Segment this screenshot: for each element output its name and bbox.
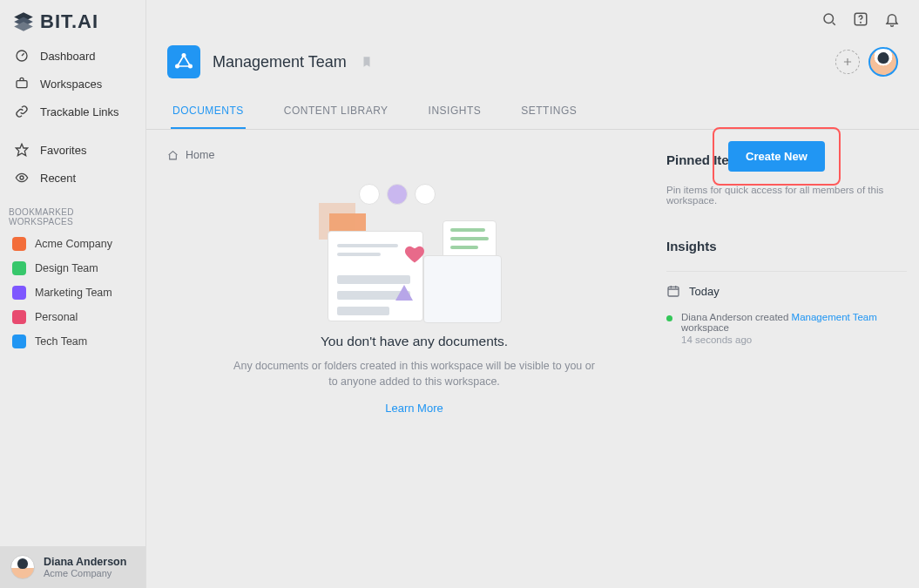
svg-rect-1 <box>17 81 27 88</box>
today-label: Today <box>689 285 720 298</box>
bookmarked-header: BOOKMARKED WORKSPACES <box>0 192 145 232</box>
activity-time: 14 seconds ago <box>681 335 907 345</box>
svg-rect-12 <box>668 287 679 296</box>
insights-today: Today <box>666 284 907 298</box>
workspace-title: Management Team <box>213 53 347 71</box>
workspace-label: Marketing Team <box>35 287 112 299</box>
status-dot-icon <box>666 315 672 321</box>
user-org: Acme Company <box>44 568 126 578</box>
workspace-label: Design Team <box>35 262 98 274</box>
workspace-tabs: DOCUMENTS CONTENT LIBRARY INSIGHTS SETTI… <box>146 96 919 130</box>
workspace-color-icon <box>12 237 26 251</box>
workspace-label: Acme Company <box>35 238 112 250</box>
help-icon[interactable] <box>853 11 868 27</box>
gauge-icon <box>14 48 30 64</box>
workspace-header: Management Team <box>146 35 919 96</box>
svg-point-8 <box>182 54 185 57</box>
user-meta: Diana Anderson Acme Company <box>44 556 126 578</box>
nav-favorites[interactable]: Favorites <box>0 136 145 164</box>
sidebar-workspace-marketing[interactable]: Marketing Team <box>0 280 145 305</box>
documents-empty-state: You don't have any documents. Any docume… <box>232 334 598 416</box>
svg-point-9 <box>189 64 192 67</box>
svg-point-10 <box>176 64 179 67</box>
user-bar[interactable]: Diana Anderson Acme Company <box>0 546 145 588</box>
nav-label: Workspaces <box>40 78 102 91</box>
svg-point-4 <box>824 14 834 24</box>
svg-point-6 <box>861 22 862 23</box>
main: Management Team DOCUMENTS CONTENT LIBRAR… <box>146 0 919 588</box>
breadcrumb-home: Home <box>186 149 214 161</box>
home-icon <box>167 150 179 161</box>
nav-recent[interactable]: Recent <box>0 164 145 192</box>
tab-insights[interactable]: INSIGHTS <box>427 96 483 129</box>
tab-content-library[interactable]: CONTENT LIBRARY <box>282 96 390 129</box>
activity-suffix: workspace <box>681 322 729 333</box>
nav-label: Recent <box>40 172 76 185</box>
create-new-button[interactable]: Create New <box>728 141 825 172</box>
workspace-label: Tech Team <box>35 335 87 348</box>
star-icon <box>14 142 30 158</box>
activity-link[interactable]: Management Team <box>792 312 877 322</box>
sidebar-workspace-tech[interactable]: Tech Team <box>0 329 145 354</box>
user-name: Diana Anderson <box>44 556 126 568</box>
workspace-color-icon <box>12 261 26 275</box>
link-icon <box>14 104 30 119</box>
eye-icon <box>14 170 30 186</box>
learn-more-link[interactable]: Learn More <box>385 402 443 415</box>
add-member-button[interactable] <box>835 50 860 74</box>
avatar-icon <box>10 555 35 579</box>
logo-icon <box>12 10 35 33</box>
workspace-color-icon <box>12 335 26 348</box>
sidebar: BIT.AI Dashboard Workspaces Trackable Li… <box>0 0 146 588</box>
topbar <box>146 0 919 35</box>
svg-point-3 <box>20 176 24 179</box>
app-name: BIT.AI <box>40 10 98 33</box>
briefcase-icon <box>14 76 30 91</box>
workspace-badge-icon <box>167 45 200 78</box>
svg-marker-2 <box>16 144 27 155</box>
tab-documents[interactable]: DOCUMENTS <box>171 96 246 129</box>
bell-icon[interactable] <box>884 11 900 27</box>
nav-label: Trackable Links <box>40 105 119 118</box>
nav-trackable-links[interactable]: Trackable Links <box>0 98 145 125</box>
activity-item: Diana Anderson created Management Team w… <box>666 312 907 345</box>
svg-marker-11 <box>395 285 413 301</box>
create-new-highlight: Create New <box>713 127 841 186</box>
workspace-color-icon <box>12 310 26 324</box>
tab-settings[interactable]: SETTINGS <box>519 96 578 129</box>
pinned-subtext: Pin items for quick access for all membe… <box>666 185 907 206</box>
primary-nav: Dashboard Workspaces Trackable Links Fav… <box>0 42 145 192</box>
nav-label: Favorites <box>40 144 86 157</box>
empty-illustration <box>319 184 510 323</box>
nav-workspaces[interactable]: Workspaces <box>0 70 145 98</box>
search-icon[interactable] <box>821 11 837 27</box>
sidebar-workspace-design[interactable]: Design Team <box>0 256 145 280</box>
empty-body: Any documents or folders created in this… <box>232 358 598 389</box>
workspace-color-icon <box>12 286 26 300</box>
sidebar-workspace-personal[interactable]: Personal <box>0 305 145 329</box>
bookmarked-list: Acme Company Design Team Marketing Team … <box>0 232 145 354</box>
member-avatar-icon[interactable] <box>868 47 898 77</box>
app-logo[interactable]: BIT.AI <box>0 0 145 38</box>
right-panel: Pinned Items Pin items for quick access … <box>661 149 907 588</box>
workspace-label: Personal <box>35 311 78 323</box>
nav-label: Dashboard <box>40 50 96 63</box>
empty-title: You don't have any documents. <box>232 334 598 349</box>
divider <box>666 271 907 272</box>
bookmark-icon[interactable] <box>361 55 373 69</box>
sidebar-workspace-acme[interactable]: Acme Company <box>0 232 145 256</box>
nav-dashboard[interactable]: Dashboard <box>0 42 145 70</box>
insights-title: Insights <box>666 239 907 253</box>
breadcrumb[interactable]: Home <box>167 149 661 161</box>
calendar-icon <box>666 284 680 298</box>
activity-prefix: Diana Anderson created <box>681 312 792 322</box>
documents-area: Home <box>167 149 661 588</box>
